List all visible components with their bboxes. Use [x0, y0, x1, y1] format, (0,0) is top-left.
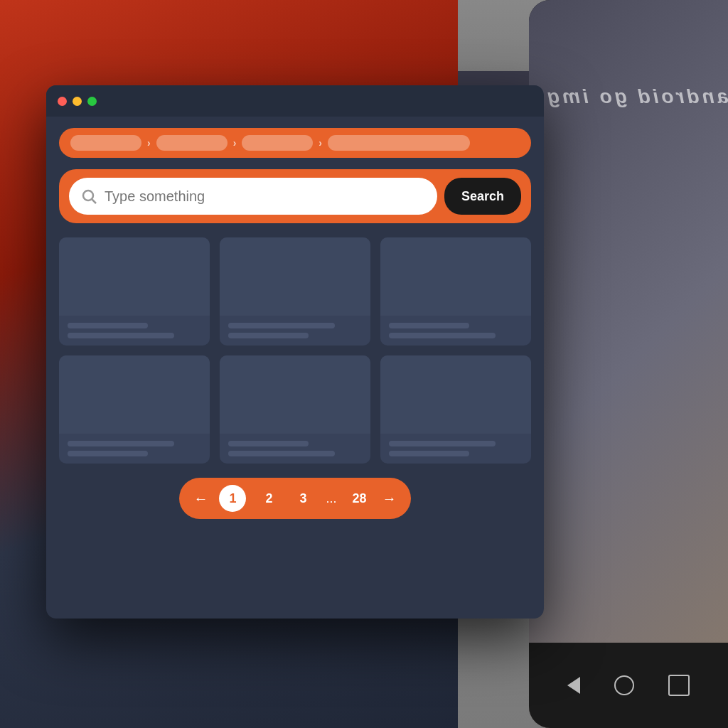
card-6-thumbnail — [380, 355, 531, 434]
breadcrumb-bar: › › › — [59, 128, 531, 158]
card-line — [228, 451, 335, 456]
card-3-thumbnail — [380, 237, 531, 316]
search-input-wrapper — [69, 178, 437, 215]
card-line — [228, 441, 309, 446]
pagination-page-2[interactable]: 2 — [257, 491, 280, 506]
card-5-lines — [220, 434, 370, 464]
card-5 — [220, 355, 370, 464]
card-line — [389, 333, 496, 338]
card-5-thumbnail — [220, 355, 370, 434]
phone-nav-bar — [529, 643, 728, 728]
breadcrumb-item-2 — [156, 135, 228, 151]
maximize-button[interactable] — [87, 97, 97, 106]
pagination-next[interactable]: → — [382, 491, 397, 507]
search-icon — [80, 188, 97, 205]
close-button[interactable] — [58, 97, 67, 106]
breadcrumb-sep-2: › — [233, 137, 237, 149]
breadcrumb-item-1 — [70, 135, 141, 151]
card-line — [389, 441, 496, 446]
card-line — [389, 451, 469, 456]
content-grid — [59, 237, 531, 464]
card-line — [389, 323, 469, 328]
mac-window: › › › Search — [46, 85, 544, 619]
back-icon — [567, 677, 580, 694]
card-2 — [220, 237, 370, 346]
card-4-lines — [59, 434, 210, 464]
phone-right-mockup: android go img — [529, 0, 728, 728]
card-1-thumbnail — [59, 237, 210, 316]
reflected-text: android go img — [530, 85, 728, 108]
recents-icon — [668, 675, 690, 696]
card-4 — [59, 355, 210, 464]
card-3 — [380, 237, 531, 346]
card-line — [228, 323, 335, 328]
breadcrumb-item-4 — [328, 135, 470, 151]
card-line — [68, 333, 174, 338]
phone-screen: android go img — [529, 0, 728, 728]
card-4-thumbnail — [59, 355, 210, 434]
home-icon — [614, 675, 634, 695]
pagination-page-1-active[interactable]: 1 — [219, 485, 246, 512]
window-content: › › › Search — [46, 117, 544, 530]
breadcrumb-sep-3: › — [318, 137, 322, 149]
pagination-ellipsis: ... — [326, 491, 336, 506]
card-6-lines — [380, 434, 531, 464]
breadcrumb-sep-1: › — [147, 137, 151, 149]
search-input[interactable] — [105, 188, 426, 205]
svg-line-1 — [92, 200, 97, 204]
card-3-lines — [380, 316, 531, 346]
svg-point-0 — [83, 191, 93, 200]
card-1 — [59, 237, 210, 346]
search-button[interactable]: Search — [444, 178, 521, 215]
minimize-button[interactable] — [73, 97, 82, 106]
search-container: Search — [59, 169, 531, 223]
pagination-bar: ← 1 2 3 ... 28 → — [179, 478, 410, 519]
card-line — [68, 451, 148, 456]
pagination-prev[interactable]: ← — [193, 491, 208, 507]
card-1-lines — [59, 316, 210, 346]
card-line — [228, 333, 309, 338]
titlebar — [46, 85, 544, 117]
card-2-thumbnail — [220, 237, 370, 316]
card-line — [68, 441, 174, 446]
card-2-lines — [220, 316, 370, 346]
card-6 — [380, 355, 531, 464]
pagination-page-3[interactable]: 3 — [291, 491, 314, 506]
breadcrumb-item-3 — [242, 135, 313, 151]
pagination-page-28[interactable]: 28 — [348, 491, 371, 506]
card-line — [68, 323, 148, 328]
